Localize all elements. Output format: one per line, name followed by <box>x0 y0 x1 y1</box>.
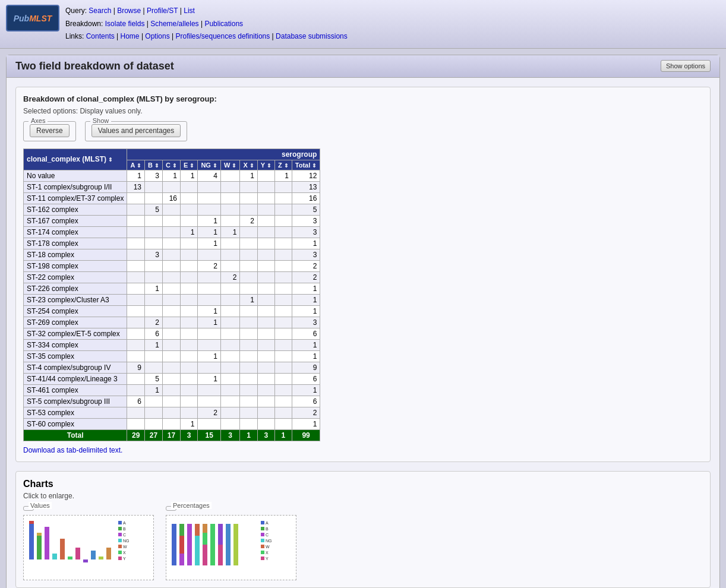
svg-rect-2 <box>37 536 42 559</box>
title-bar: Two field breakdown of dataset Show opti… <box>7 55 719 78</box>
link-contents[interactable]: Contents <box>86 32 115 40</box>
breakdown-isolate-link[interactable]: Isolate fields <box>105 20 145 28</box>
row-value: 3 <box>145 170 163 181</box>
show-options-button[interactable]: Show options <box>661 60 711 72</box>
row-value <box>127 328 145 339</box>
row-value <box>275 271 292 283</box>
row-label: ST-254 complex <box>24 305 127 317</box>
row-value <box>257 238 274 249</box>
col-ng[interactable]: NG ⇕ <box>198 160 221 170</box>
row-value <box>145 418 163 429</box>
row-value <box>181 384 198 396</box>
row-value <box>163 396 181 407</box>
values-percentages-button[interactable]: Values and percentages <box>91 124 181 137</box>
row-value <box>127 215 145 226</box>
row-value: 1 <box>198 350 221 362</box>
percentages-chart[interactable]: A B C NG W X Y <box>166 515 296 580</box>
table-row: ST-1 complex/subgroup I/II1313 <box>24 181 320 192</box>
axes-legend: Axes <box>29 117 48 124</box>
svg-rect-14 <box>118 527 122 530</box>
row-label: ST-23 complex/Cluster A3 <box>24 294 127 305</box>
table-row: ST-41/44 complex/Lineage 3516 <box>24 373 320 384</box>
row-value <box>127 238 145 249</box>
row-value <box>220 317 239 328</box>
total-row: Total292717315313199 <box>24 429 320 441</box>
row-label: ST-60 complex <box>24 418 127 429</box>
row-value <box>240 339 257 350</box>
row-value <box>275 373 292 384</box>
svg-rect-37 <box>210 524 215 565</box>
query-search-link[interactable]: Search <box>89 7 111 15</box>
row-value <box>181 238 198 249</box>
values-legend: Values <box>29 502 52 509</box>
col-z[interactable]: Z ⇕ <box>275 160 292 170</box>
row-value <box>257 305 274 317</box>
row-value: 1 <box>275 170 292 181</box>
row-value: 2 <box>292 407 320 418</box>
values-chart-label: Values <box>23 506 34 511</box>
row-value <box>257 362 274 373</box>
row-value <box>240 384 257 396</box>
row-label: ST-198 complex <box>24 260 127 271</box>
row-value <box>257 170 274 181</box>
row-value <box>220 373 239 384</box>
breakdown-table: clonal_complex (MLST) ⇕ serogroup A ⇕ B … <box>23 148 320 441</box>
row-value <box>163 328 181 339</box>
svg-rect-0 <box>29 524 34 559</box>
row-value: 1 <box>198 215 221 226</box>
link-options[interactable]: Options <box>145 32 169 40</box>
row-value <box>257 350 274 362</box>
data-table-wrapper: clonal_complex (MLST) ⇕ serogroup A ⇕ B … <box>23 148 703 441</box>
link-database[interactable]: Database submissions <box>276 32 348 40</box>
table-row: ST-5 complex/subgroup III66 <box>24 396 320 407</box>
row-value <box>275 350 292 362</box>
row-value: 5 <box>292 204 320 215</box>
query-profile-link[interactable]: Profile/ST <box>147 7 178 15</box>
row-value <box>127 204 145 215</box>
row-value <box>240 283 257 294</box>
table-row: ST-461 complex11 <box>24 384 320 396</box>
row-value <box>127 373 145 384</box>
row-label: ST-18 complex <box>24 249 127 260</box>
table-row: ST-269 complex213 <box>24 317 320 328</box>
row-value <box>181 317 198 328</box>
svg-rect-18 <box>118 551 122 554</box>
col-b[interactable]: B ⇕ <box>145 160 163 170</box>
svg-rect-34 <box>203 524 207 533</box>
total-cell: Total <box>24 429 127 441</box>
link-home[interactable]: Home <box>121 32 140 40</box>
svg-rect-41 <box>233 524 238 565</box>
row-value <box>275 204 292 215</box>
col-c[interactable]: C ⇕ <box>163 160 181 170</box>
svg-rect-7 <box>68 557 72 559</box>
col-a[interactable]: A ⇕ <box>127 160 145 170</box>
row-value: 1 <box>292 305 320 317</box>
query-browse-link[interactable]: Browse <box>117 7 141 15</box>
row-value <box>181 396 198 407</box>
row-value <box>145 305 163 317</box>
download-link[interactable]: Download as tab-delimited text. <box>23 446 122 454</box>
row-value: 9 <box>127 362 145 373</box>
svg-text:Y: Y <box>266 557 269 561</box>
row-value: 2 <box>292 260 320 271</box>
row-value <box>275 407 292 418</box>
row-value <box>181 260 198 271</box>
row-value <box>198 384 221 396</box>
row-value <box>240 181 257 192</box>
query-list-link[interactable]: List <box>184 7 195 15</box>
breakdown-scheme-link[interactable]: Scheme/alleles <box>150 20 198 28</box>
row-value: 1 <box>181 418 198 429</box>
col-y[interactable]: Y ⇕ <box>257 160 274 170</box>
total-cell: 15 <box>198 429 221 441</box>
col-total[interactable]: Total ⇕ <box>292 160 320 170</box>
row-value <box>220 362 239 373</box>
reverse-button[interactable]: Reverse <box>30 124 70 137</box>
link-profiles[interactable]: Profiles/sequences definitions <box>176 32 270 40</box>
row-value <box>127 384 145 396</box>
col-w[interactable]: W ⇕ <box>220 160 239 170</box>
values-chart[interactable]: A B C NG W X Y <box>23 515 154 580</box>
col-x[interactable]: X ⇕ <box>240 160 257 170</box>
table-row: ST-35 complex11 <box>24 350 320 362</box>
breakdown-publications-link[interactable]: Publications <box>204 20 243 28</box>
col-e[interactable]: E ⇕ <box>181 160 198 170</box>
